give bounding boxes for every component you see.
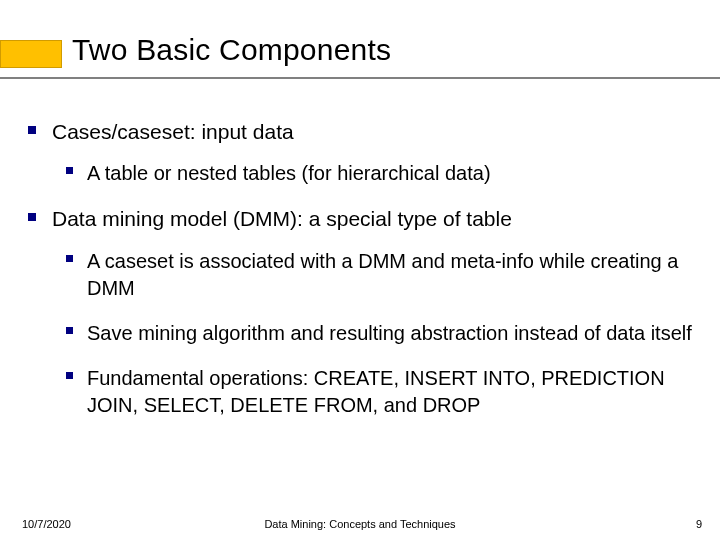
square-bullet-icon <box>66 372 73 379</box>
bullet-text: A caseset is associated with a DMM and m… <box>87 248 692 302</box>
bullet-text: A table or nested tables (for hierarchic… <box>87 160 491 187</box>
slide-title: Two Basic Components <box>72 33 391 67</box>
list-item: A table or nested tables (for hierarchic… <box>66 160 692 187</box>
bullet-text: Fundamental operations: CREATE, INSERT I… <box>87 365 692 419</box>
title-wrap: Two Basic Components <box>0 32 391 68</box>
footer-page-number: 9 <box>696 518 702 530</box>
list-item: Data mining model (DMM): a special type … <box>28 205 692 418</box>
bullet-text: Save mining algorithm and resulting abst… <box>87 320 692 347</box>
square-bullet-icon <box>66 327 73 334</box>
list-item: Cases/caseset: input data A table or nes… <box>28 118 692 187</box>
bullet-list-level2: A caseset is associated with a DMM and m… <box>66 248 692 419</box>
slide-container: Two Basic Components Cases/caseset: inpu… <box>0 0 720 540</box>
bullet-text: Data mining model (DMM): a special type … <box>52 205 512 233</box>
slide-content: Cases/caseset: input data A table or nes… <box>28 118 692 437</box>
square-bullet-icon <box>28 213 36 221</box>
footer-center: Data Mining: Concepts and Techniques <box>0 518 720 530</box>
accent-block <box>0 40 62 68</box>
list-item: A caseset is associated with a DMM and m… <box>66 248 692 302</box>
list-item: Fundamental operations: CREATE, INSERT I… <box>66 365 692 419</box>
square-bullet-icon <box>66 255 73 262</box>
bullet-text: Cases/caseset: input data <box>52 118 294 146</box>
list-item: Save mining algorithm and resulting abst… <box>66 320 692 347</box>
bullet-list-level2: A table or nested tables (for hierarchic… <box>66 160 692 187</box>
title-underline <box>0 77 720 79</box>
square-bullet-icon <box>28 126 36 134</box>
square-bullet-icon <box>66 167 73 174</box>
bullet-list-level1: Cases/caseset: input data A table or nes… <box>28 118 692 419</box>
